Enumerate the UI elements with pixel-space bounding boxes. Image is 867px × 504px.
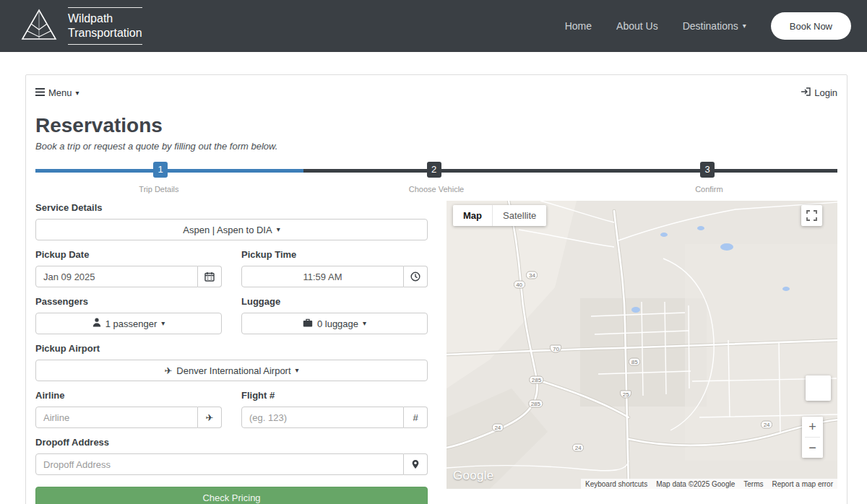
highway-shield: 24 <box>572 443 584 451</box>
pickup-date-label: Pickup Date <box>35 249 222 260</box>
brand-name: Wildpath Transportation <box>68 7 142 45</box>
pickup-airport-value: Denver International Airport <box>176 365 290 376</box>
top-nav: Home About Us Destinations ▾ Book Now <box>565 12 851 40</box>
satellite-view-button[interactable]: Satellite <box>493 205 546 226</box>
hamburger-icon <box>35 87 45 98</box>
dropoff-address-input[interactable] <box>35 453 404 475</box>
map-terms-link[interactable]: Terms <box>739 480 767 488</box>
chevron-down-icon: ▾ <box>76 90 79 97</box>
map-marker-button[interactable] <box>404 453 428 475</box>
highway-shield: 40 <box>514 281 525 289</box>
map-view-button[interactable]: Map <box>453 205 492 226</box>
plane-icon: ✈ <box>206 413 214 422</box>
page-title: Reservations <box>35 114 837 137</box>
person-icon <box>92 318 101 329</box>
clock-button[interactable] <box>404 266 428 287</box>
airline-input[interactable] <box>35 407 198 428</box>
chevron-down-icon: ▾ <box>743 22 746 30</box>
pegman-control[interactable] <box>806 375 831 401</box>
map-type-control: Map Satellite <box>453 205 546 226</box>
plane-icon: ✈ <box>164 366 172 375</box>
luggage-label: Luggage <box>241 296 428 307</box>
chevron-down-icon: ▾ <box>296 367 299 374</box>
luggage-value: 0 luggage <box>317 318 358 329</box>
book-now-button[interactable]: Book Now <box>771 12 851 40</box>
airline-plane-button[interactable]: ✈ <box>198 407 222 428</box>
service-select-value: Aspen | Aspen to DIA <box>183 225 272 235</box>
pickup-date-input[interactable] <box>35 266 198 287</box>
calendar-button[interactable] <box>198 266 222 287</box>
pickup-time-input[interactable] <box>241 266 404 287</box>
step-3-label: Confirm <box>695 185 723 194</box>
map-data-credit: Map data ©2025 Google <box>652 480 739 488</box>
luggage-select[interactable]: 0 luggage ▾ <box>241 313 428 334</box>
mountain-logo-icon <box>20 8 58 44</box>
nav-about-us[interactable]: About Us <box>616 20 658 32</box>
check-pricing-button[interactable]: Check Pricing <box>35 487 428 504</box>
airline-label: Airline <box>35 390 222 401</box>
pickup-time-label: Pickup Time <box>241 249 428 260</box>
flight-number-input[interactable] <box>241 407 404 428</box>
card-menubar: Menu ▾ Login <box>35 84 837 100</box>
login-link[interactable]: Login <box>801 87 837 98</box>
map-attribution: Keyboard shortcuts Map data ©2025 Google… <box>581 479 837 489</box>
step-1-badge[interactable]: 1 <box>153 162 168 178</box>
page-subtitle: Book a trip or request a quote by fillin… <box>35 141 837 152</box>
nav-home[interactable]: Home <box>565 20 592 32</box>
nav-destinations[interactable]: Destinations ▾ <box>683 20 746 32</box>
zoom-control: + − <box>802 417 823 458</box>
highway-shield: 285 <box>529 399 543 407</box>
step-1-label: Trip Details <box>139 185 178 194</box>
sign-in-icon <box>801 87 811 98</box>
highway-shield: 34 <box>526 271 538 279</box>
map-roads <box>447 201 837 489</box>
progress-steps: 1 2 3 Trip Details Choose Vehicle Confir… <box>35 162 837 198</box>
passengers-value: 1 passenger <box>105 318 158 329</box>
hash-button[interactable]: # <box>404 407 428 428</box>
service-select[interactable]: Aspen | Aspen to DIA ▾ <box>35 219 428 240</box>
zoom-out-button[interactable]: − <box>802 438 823 458</box>
keyboard-shortcuts-link[interactable]: Keyboard shortcuts <box>581 480 652 488</box>
pickup-airport-select[interactable]: ✈ Denver International Airport ▾ <box>35 360 428 381</box>
highway-shield: 285 <box>530 376 543 384</box>
pickup-airport-label: Pickup Airport <box>35 343 428 354</box>
step-3-badge[interactable]: 3 <box>700 162 715 178</box>
reservation-form: Service Details Aspen | Aspen to DIA ▾ P… <box>35 199 428 504</box>
highway-shield: 85 <box>629 358 640 366</box>
google-logo[interactable]: Google <box>453 469 494 483</box>
step-2-label: Choose Vehicle <box>409 185 464 194</box>
highway-shield: 24 <box>761 421 772 429</box>
highway-shield: 24 <box>492 424 504 432</box>
reservation-card: Menu ▾ Login Reservations Book a trip or… <box>25 74 847 504</box>
passengers-select[interactable]: 1 passenger ▾ <box>35 313 222 334</box>
step-2-badge[interactable]: 2 <box>427 162 441 178</box>
progress-fill <box>35 169 303 173</box>
zoom-in-button[interactable]: + <box>802 417 823 437</box>
flight-number-label: Flight # <box>241 390 428 401</box>
fullscreen-button[interactable] <box>801 205 822 226</box>
briefcase-icon <box>303 318 313 329</box>
passengers-label: Passengers <box>35 296 222 307</box>
service-details-label: Service Details <box>35 202 428 213</box>
chevron-down-icon: ▾ <box>363 320 366 327</box>
brand-logo[interactable]: Wildpath Transportation <box>20 7 142 45</box>
google-map[interactable]: 4034708528528525242424 Map Satellite + −… <box>447 201 837 489</box>
dropoff-address-label: Dropoff Address <box>35 437 428 448</box>
report-map-error-link[interactable]: Report a map error <box>768 480 837 488</box>
chevron-down-icon: ▾ <box>277 226 280 233</box>
top-header: Wildpath Transportation Home About Us De… <box>0 0 867 52</box>
menu-toggle[interactable]: Menu ▾ <box>35 87 79 98</box>
chevron-down-icon: ▾ <box>161 320 165 327</box>
